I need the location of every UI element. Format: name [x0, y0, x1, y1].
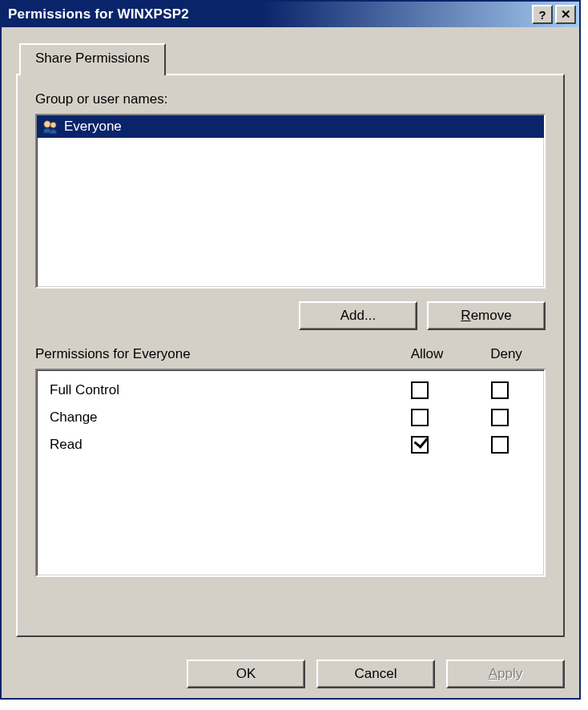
deny-checkbox-change[interactable] [491, 409, 509, 426]
dialog-button-row: OK Cancel Apply [2, 648, 579, 698]
titlebar-buttons: ? ✕ [532, 5, 576, 24]
permission-name: Full Control [45, 382, 376, 398]
tab-panel: Group or user names: Everyone [16, 74, 565, 637]
list-button-row: Add... Remove [35, 301, 546, 330]
cancel-button[interactable]: Cancel [316, 660, 435, 688]
titlebar[interactable]: Permissions for WINXPSP2 ? ✕ [2, 2, 579, 27]
user-list[interactable]: Everyone [35, 114, 546, 288]
list-item-label: Everyone [64, 119, 122, 135]
svg-point-1 [50, 122, 56, 127]
allow-checkbox-change[interactable] [411, 409, 429, 426]
svg-point-0 [44, 121, 50, 127]
remove-button[interactable]: Remove [427, 301, 546, 330]
permission-row: Read [45, 431, 536, 458]
permission-name: Change [45, 409, 376, 426]
deny-checkbox-read[interactable] [491, 436, 509, 454]
client-area: Share Permissions Group or user names: [2, 27, 579, 648]
permission-row: Full Control [45, 377, 536, 404]
deny-checkbox-full-control[interactable] [491, 381, 509, 399]
column-deny: Deny [473, 346, 546, 362]
users-icon [42, 119, 59, 135]
ok-button[interactable]: OK [187, 660, 305, 688]
allow-checkbox-read[interactable] [411, 436, 429, 454]
help-icon: ? [538, 8, 546, 22]
column-allow: Allow [385, 346, 473, 362]
window-title: Permissions for WINXPSP2 [8, 6, 532, 22]
tab-label: Share Permissions [35, 50, 150, 66]
permissions-label: Permissions for Everyone [35, 346, 385, 362]
permissions-dialog: Permissions for WINXPSP2 ? ✕ Share Permi… [0, 0, 581, 700]
apply-button[interactable]: Apply [446, 660, 565, 688]
permissions-header: Permissions for Everyone Allow Deny [35, 346, 546, 362]
allow-checkbox-full-control[interactable] [411, 381, 429, 399]
help-button[interactable]: ? [532, 5, 553, 24]
permission-row: Change [45, 404, 536, 431]
close-button[interactable]: ✕ [555, 5, 576, 24]
tab-strip: Share Permissions [16, 43, 565, 75]
add-button[interactable]: Add... [299, 301, 417, 330]
permission-name: Read [45, 437, 376, 453]
close-icon: ✕ [561, 7, 571, 22]
permissions-list: Full Control Change Read [35, 369, 546, 577]
groups-label: Group or user names: [35, 91, 546, 107]
list-item[interactable]: Everyone [37, 115, 544, 138]
tab-share-permissions[interactable]: Share Permissions [19, 43, 166, 75]
